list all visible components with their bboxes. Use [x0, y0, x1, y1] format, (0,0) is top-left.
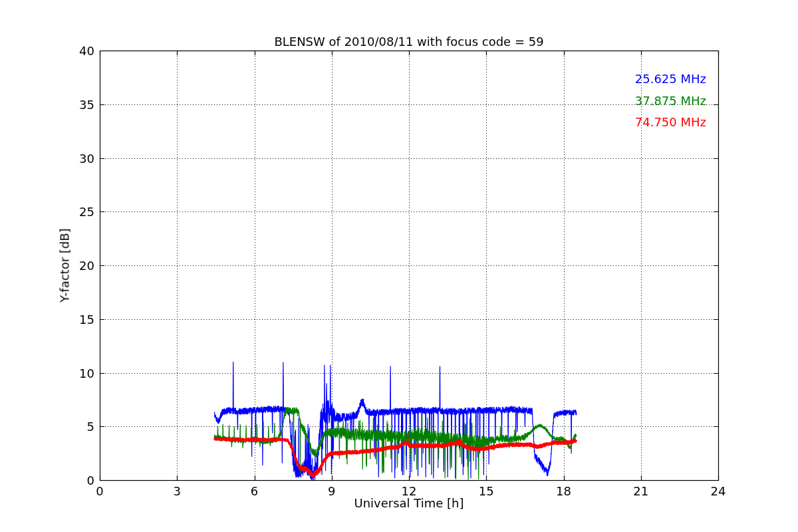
x-tick-label: 0 — [96, 484, 103, 498]
legend: 25.625 MHz37.875 MHz74.750 MHz — [635, 68, 706, 134]
figure: BLENSW of 2010/08/11 with focus code = 5… — [0, 0, 798, 532]
y-tick-label: 25 — [68, 205, 94, 219]
y-tick-label: 40 — [68, 44, 94, 58]
y-tick-label: 30 — [68, 151, 94, 165]
legend-entry: 74.750 MHz — [635, 112, 706, 134]
legend-entry: 37.875 MHz — [635, 90, 706, 112]
x-tick-label: 15 — [479, 484, 494, 498]
legend-entry: 25.625 MHz — [635, 68, 706, 90]
x-tick-label: 24 — [711, 484, 726, 498]
y-tick-label: 15 — [68, 312, 94, 326]
y-tick-label: 10 — [68, 366, 94, 380]
x-axis-label: Universal Time [h] — [354, 496, 464, 510]
x-tick-label: 6 — [251, 484, 258, 498]
x-tick-label: 12 — [402, 484, 417, 498]
y-tick-label: 35 — [68, 97, 94, 111]
y-tick-label: 5 — [68, 420, 94, 434]
x-tick-label: 3 — [174, 484, 181, 498]
y-tick-label: 20 — [68, 259, 94, 273]
x-tick-label: 9 — [328, 484, 335, 498]
chart-title: BLENSW of 2010/08/11 with focus code = 5… — [274, 35, 543, 49]
x-tick-label: 21 — [633, 484, 648, 498]
x-tick-label: 18 — [556, 484, 571, 498]
y-tick-label: 0 — [68, 473, 94, 487]
